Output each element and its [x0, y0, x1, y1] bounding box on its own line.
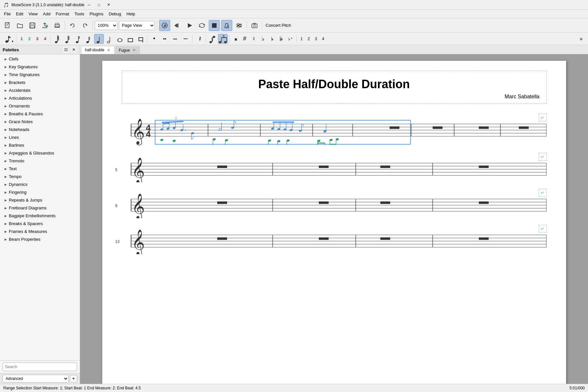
palette-item-ornaments[interactable]: ▶ Ornaments: [0, 102, 80, 110]
palette-item-dynamics[interactable]: ▶ Dynamics: [0, 181, 80, 188]
rest-button[interactable]: 𝄽: [194, 34, 204, 44]
palette-item-accidentals[interactable]: ▶ Accidentals: [0, 87, 80, 94]
natural-button[interactable]: ♮: [250, 34, 258, 44]
menu-file[interactable]: File: [1, 11, 13, 17]
playback-settings-button[interactable]: [234, 20, 245, 31]
num-2-button[interactable]: 2: [305, 34, 312, 43]
duration-breve-button[interactable]: [125, 34, 135, 44]
undo-button[interactable]: [67, 20, 78, 31]
num-4-button[interactable]: 4: [320, 34, 326, 43]
duration-longa-button[interactable]: [136, 34, 146, 44]
palette-item-articulations[interactable]: ▶ Articulations: [0, 94, 80, 102]
mixer-button[interactable]: [159, 20, 170, 31]
tuplet-button[interactable]: 3: [218, 34, 228, 44]
palette-item-text[interactable]: ▶ Text: [0, 165, 80, 173]
save-button[interactable]: [27, 20, 38, 31]
view-mode-select[interactable]: Page View Continuous View: [119, 21, 155, 30]
palette-item-breaths-pauses[interactable]: ▶ Breaths & Pauses: [0, 110, 80, 118]
num-1-button[interactable]: 1: [298, 34, 305, 43]
stop-button[interactable]: [209, 20, 220, 31]
duration-64th-button[interactable]: [52, 34, 62, 44]
menu-view[interactable]: View: [26, 11, 40, 17]
duration-16th-button[interactable]: [73, 34, 83, 44]
concert-pitch-label: Concert Pitch: [264, 23, 292, 28]
palette-item-tremolo[interactable]: ▶ Tremolo: [0, 157, 80, 165]
rewind-button[interactable]: [172, 20, 183, 31]
palette-item-lines[interactable]: ▶ Lines: [0, 134, 80, 141]
menu-add[interactable]: Add: [40, 11, 53, 17]
flip-stem-button[interactable]: [207, 34, 217, 44]
duration-whole-button[interactable]: [115, 34, 125, 44]
courtesy-acc-button[interactable]: ♭⁺: [286, 34, 295, 44]
menu-plugins[interactable]: Plugins: [87, 11, 106, 17]
palette-item-grace-notes[interactable]: ▶ Grace Notes: [0, 118, 80, 126]
menu-edit[interactable]: Edit: [13, 11, 26, 17]
voice-3-button[interactable]: 3: [34, 34, 41, 44]
dot-4-button[interactable]: ••••: [181, 34, 190, 44]
semi-flat-button[interactable]: ♭: [268, 34, 276, 44]
play-button[interactable]: [184, 20, 195, 31]
screenshot-button[interactable]: [249, 20, 260, 31]
metronome-button[interactable]: [221, 20, 232, 31]
open-button[interactable]: [14, 20, 25, 31]
zoom-select[interactable]: 100% 75% 150%: [95, 21, 118, 30]
duration-half-button[interactable]: [105, 34, 114, 44]
add-palette-button[interactable]: +: [70, 375, 77, 382]
voice-1-button[interactable]: 1: [18, 34, 25, 44]
menu-tools[interactable]: Tools: [72, 11, 87, 17]
note-input-button[interactable]: ▾: [2, 34, 14, 44]
voice-4-button[interactable]: 4: [41, 34, 49, 44]
palette-item-repeats-jumps[interactable]: ▶ Repeats & Jumps: [0, 196, 80, 204]
score-canvas[interactable]: Paste Half/Double Duration Marc Sabatell…: [80, 54, 588, 384]
duration-32nd-button[interactable]: [63, 34, 73, 44]
maximize-button[interactable]: □: [94, 1, 103, 8]
palette-item-noteheads[interactable]: ▶ Noteheads: [0, 126, 80, 134]
duration-quarter-button[interactable]: [94, 34, 104, 44]
menu-format[interactable]: Format: [53, 11, 72, 17]
palette-item-fingering[interactable]: ▶ Fingering: [0, 188, 80, 196]
close-tab-fugue[interactable]: ✕: [132, 48, 136, 53]
num-3-button[interactable]: 3: [313, 34, 319, 43]
palette-item-bagpipe-embellishments[interactable]: ▶ Bagpipe Embellishments: [0, 212, 80, 220]
palette-item-time-signatures[interactable]: ▶ Time Signatures: [0, 71, 80, 79]
search-input[interactable]: [3, 363, 77, 371]
new-button[interactable]: [2, 20, 13, 31]
palette-detach-button[interactable]: ⊡: [63, 46, 69, 53]
menu-help[interactable]: Help: [124, 11, 138, 17]
palette-item-arpeggios-glissandos[interactable]: ▶ Arpeggios & Glissandos: [0, 149, 80, 157]
palette-item-brackets[interactable]: ▶ Brackets: [0, 79, 80, 87]
palette-item-fretboard-diagrams[interactable]: ▶ Fretboard Diagrams: [0, 204, 80, 212]
double-flat-button[interactable]: 𝄫: [277, 34, 286, 44]
dot-3-button[interactable]: •••: [170, 34, 180, 44]
palette-item-frames-measures[interactable]: ▶ Frames & Measures: [0, 228, 80, 236]
flat-button[interactable]: ♭: [259, 34, 267, 44]
print-button[interactable]: [52, 20, 63, 31]
palette-item-tempo[interactable]: ▶ Tempo: [0, 173, 80, 181]
palette-item-barlines[interactable]: ▶ Barlines: [0, 141, 80, 149]
palette-item-clefs[interactable]: ▶ Clefs: [0, 55, 80, 63]
dot-1-button[interactable]: •: [149, 34, 159, 44]
close-tab-half-double[interactable]: ✕: [106, 48, 111, 52]
advanced-select[interactable]: Advanced: [3, 375, 69, 383]
duration-8th-button[interactable]: [84, 34, 93, 44]
palette-item-breaks-spacers[interactable]: ▶ Breaks & Spacers: [0, 220, 80, 228]
tab-fugue[interactable]: Fugue ✕: [115, 46, 140, 54]
voice-2-button[interactable]: 2: [26, 34, 33, 44]
arrow-icon: ▶: [5, 159, 7, 163]
palette-item-beam-properties[interactable]: ▶ Beam Properties: [0, 236, 80, 243]
palette-close-button[interactable]: ✕: [71, 46, 77, 53]
close-button[interactable]: ✕: [104, 1, 113, 8]
tab-half-double[interactable]: half-double ✕: [81, 46, 114, 54]
upload-button[interactable]: ↑: [39, 20, 50, 31]
redo-button[interactable]: [79, 20, 90, 31]
svg-text:↑: ↑: [46, 25, 47, 28]
double-sharp-button[interactable]: 𝄪: [231, 34, 240, 44]
score-canvas-inner[interactable]: Paste Half/Double Duration Marc Sabatell…: [80, 54, 588, 384]
dot-2-button[interactable]: ••: [160, 34, 170, 44]
palette-item-key-signatures[interactable]: ▶ Key Signatures: [0, 63, 80, 71]
minimize-button[interactable]: ─: [84, 1, 93, 8]
menu-debug[interactable]: Debug: [106, 11, 124, 17]
sharp-button[interactable]: #: [240, 34, 249, 44]
loop-button[interactable]: [196, 20, 207, 31]
more-button[interactable]: »: [576, 34, 586, 44]
